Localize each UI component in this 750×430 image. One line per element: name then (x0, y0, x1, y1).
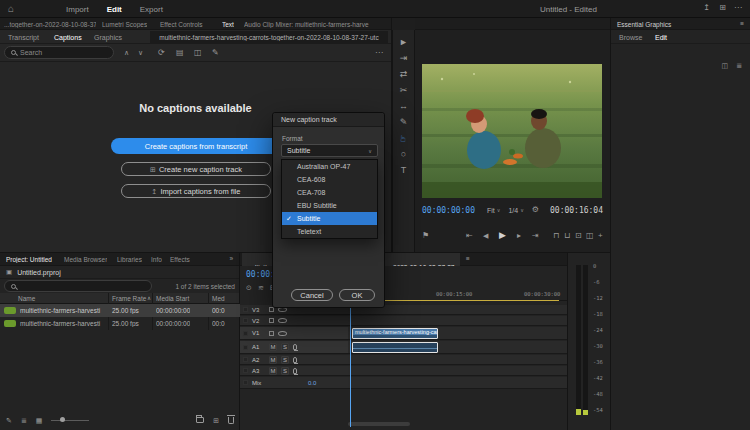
voiceover-record-icon[interactable] (293, 344, 297, 350)
tab-browse[interactable]: Browse (619, 34, 642, 41)
settings-wrench-icon[interactable]: ⚙ (532, 206, 539, 214)
list-view-icon[interactable]: ≣ (21, 417, 27, 424)
razor-tool[interactable]: ✂ (400, 86, 408, 95)
workspaces-icon[interactable]: ⊞ (719, 4, 726, 12)
track-lane-mix[interactable] (348, 377, 567, 389)
step-forward-icon[interactable]: ▸ (517, 232, 521, 240)
track-label-v1[interactable]: V1 (252, 330, 265, 336)
mute-toggle[interactable]: M (269, 356, 277, 364)
source-monitor-tab[interactable]: ...together-on-2022-08-10-08-37-27-utc.m… (4, 21, 96, 28)
tab-import[interactable]: Import (66, 5, 89, 14)
panel-menu-icon[interactable]: ≡ (466, 256, 470, 263)
track-label-a1[interactable]: A1 (252, 344, 265, 350)
create-new-caption-track-button[interactable]: ⊞ Create new caption track (121, 162, 271, 176)
option-ebu-subtitle[interactable]: EBU Subtitle (282, 199, 377, 212)
ok-button[interactable]: OK (339, 289, 375, 301)
option-cea-608[interactable]: CEA-608 (282, 173, 377, 186)
program-timecode[interactable]: 00:00:00:00 (422, 206, 475, 215)
clip-label-chip[interactable] (4, 320, 16, 327)
track-visibility-toggle[interactable] (278, 318, 287, 323)
new-bin-icon[interactable] (196, 417, 204, 423)
create-captions-from-transcript-button[interactable]: Create captions from transcript (111, 138, 281, 154)
track-label-v3[interactable]: V3 (252, 307, 265, 313)
selection-tool[interactable]: ► (399, 38, 408, 47)
playback-resolution-dropdown[interactable]: 1/4 ∨ (508, 207, 523, 214)
new-item-icon[interactable]: ⊞ (213, 417, 219, 424)
playhead[interactable] (350, 289, 351, 427)
solo-toggle[interactable]: S (281, 343, 289, 351)
tab-info[interactable]: Info (151, 256, 162, 263)
extract-icon[interactable]: ⊔ (564, 232, 570, 240)
edit-icon[interactable]: ✎ (6, 417, 12, 424)
tab-eg-edit[interactable]: Edit (655, 34, 667, 41)
mute-toggle[interactable]: M (269, 367, 277, 375)
tab-edit[interactable]: Edit (107, 5, 122, 14)
home-icon[interactable]: ⌂ (8, 4, 14, 14)
track-lane-a3[interactable] (348, 366, 567, 376)
quick-export-icon[interactable]: ↥ (703, 4, 710, 12)
source-patch-toggle[interactable] (243, 345, 248, 350)
project-search-input[interactable] (20, 283, 90, 290)
tab-effects[interactable]: Effects (170, 256, 190, 263)
comparison-view-icon[interactable]: ◫ (586, 232, 594, 240)
sync-lock-toggle[interactable] (269, 331, 274, 336)
track-label-a3[interactable]: A3 (252, 368, 265, 374)
pen-tool[interactable]: ✎ (400, 118, 408, 127)
tab-graphics[interactable]: Graphics (94, 34, 122, 41)
icon-view-icon[interactable]: ▦ (36, 417, 43, 424)
track-label-a2[interactable]: A2 (252, 357, 265, 363)
step-back-icon[interactable]: ◀ (483, 232, 488, 239)
panel-list-icon[interactable]: ≣ (736, 62, 742, 69)
voiceover-record-icon[interactable] (293, 357, 297, 363)
source-patch-toggle[interactable] (243, 357, 248, 362)
source-patch-toggle[interactable] (243, 368, 248, 373)
tab-media-browser[interactable]: Media Browser (64, 256, 107, 263)
chevron-down-icon[interactable]: ∨ (138, 49, 143, 56)
import-captions-from-file-button[interactable]: ↥ Import captions from file (121, 184, 271, 198)
format-select[interactable]: Subtitle ∨ (281, 144, 378, 157)
option-australian-op-47[interactable]: Australian OP-47 (282, 160, 377, 173)
export-frame-icon[interactable]: ⊡ (575, 232, 582, 240)
column-media-start[interactable]: Media Start (156, 295, 189, 302)
track-label-v2[interactable]: V2 (252, 318, 265, 324)
ripple-edit-tool[interactable]: ⇄ (400, 70, 408, 79)
go-to-in-icon[interactable]: ⇤ (466, 232, 473, 240)
nest-icon[interactable]: ⊙ (246, 284, 252, 291)
video-clip-v1[interactable]: multiethnic-farmers-harvesting-carro (352, 328, 438, 339)
zoom-slider[interactable] (51, 420, 89, 421)
column-name[interactable]: Name (18, 295, 35, 302)
solo-toggle[interactable]: S (281, 356, 289, 364)
source-patch-toggle[interactable] (243, 307, 248, 312)
tab-effect-controls[interactable]: Effect Controls (160, 21, 203, 28)
option-subtitle[interactable]: ✓ Subtitle (282, 212, 377, 225)
tab-export[interactable]: Export (140, 5, 163, 14)
slip-tool[interactable]: ↔ (399, 102, 408, 111)
caption-style-icon[interactable]: ◫ (194, 49, 202, 57)
source-patch-toggle[interactable] (243, 331, 248, 336)
column-media-end[interactable]: Med (212, 295, 225, 302)
preview-icon[interactable]: ◫ (721, 62, 728, 69)
tab-project[interactable]: Project: Untitled (6, 256, 52, 263)
table-row[interactable]: multiethnic-farmers-harvesti 25.00 fps 0… (0, 304, 240, 317)
source-patch-toggle[interactable] (243, 380, 248, 385)
project-search[interactable] (4, 280, 152, 292)
sync-icon[interactable]: ⟳ (158, 49, 165, 57)
source-patch-toggle[interactable] (243, 318, 248, 323)
project-file-name[interactable]: Untitled.prproj (17, 269, 61, 276)
track-lane-a2[interactable] (348, 355, 567, 365)
track-lane-v2[interactable] (348, 316, 567, 326)
lift-icon[interactable]: ⊓ (553, 232, 559, 240)
add-button[interactable]: + (598, 232, 603, 240)
table-row[interactable]: multiethnic-farmers-harvesti 25.00 fps 0… (0, 317, 240, 330)
sync-lock-toggle[interactable] (269, 318, 274, 323)
tab-libraries[interactable]: Libraries (117, 256, 142, 263)
track-visibility-toggle[interactable] (278, 331, 287, 336)
play-icon[interactable]: ▶ (499, 231, 506, 240)
solo-toggle[interactable]: S (281, 367, 289, 375)
tab-overflow-icon[interactable]: » (229, 256, 233, 263)
panel-menu-icon[interactable]: ⋯ (375, 49, 383, 57)
tab-text[interactable]: Text (222, 21, 234, 28)
cancel-button[interactable]: Cancel (291, 289, 333, 301)
snap-icon[interactable]: ≋ (258, 284, 264, 291)
clip-label-chip[interactable] (4, 307, 16, 314)
